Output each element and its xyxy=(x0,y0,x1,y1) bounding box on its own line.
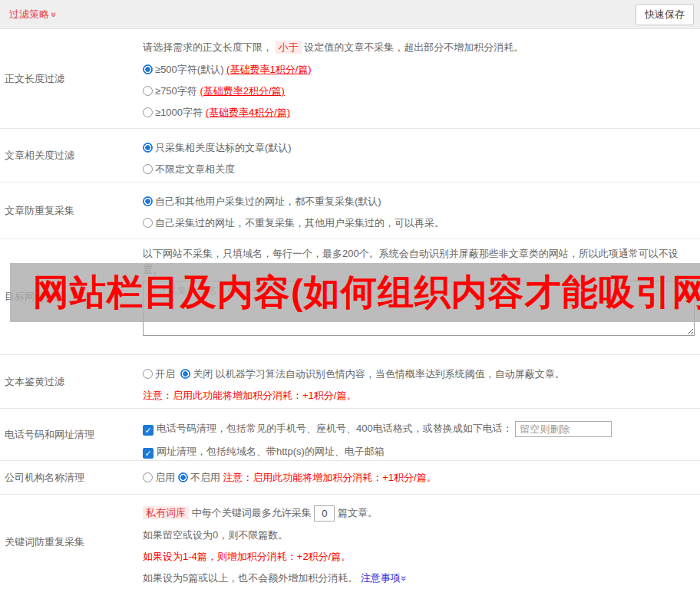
radio-unchecked-icon[interactable] xyxy=(143,164,153,174)
chevron-down-icon: » xyxy=(396,576,411,581)
radio-checked-icon[interactable] xyxy=(178,472,188,482)
row-label-company-clean: 公司机构名称清理 xyxy=(0,461,143,494)
body-length-intro: 请选择需求的正文长度下限， 小于 设定值的文章不采集，超出部分不增加积分消耗。 xyxy=(143,40,695,55)
watermark-overlay: 网站栏目及内容(如何组织内容才能吸引网友 xyxy=(10,263,700,322)
keyword-note-fee: 如果设为1-4篇，则增加积分消耗：+2积分/篇。 xyxy=(143,549,695,564)
company-clean-off[interactable]: 不启用 xyxy=(178,471,220,485)
fee-note: (基础费率4积分/篇) xyxy=(206,107,291,118)
radio-unchecked-icon[interactable] xyxy=(143,369,153,379)
filter-strategy-page: 过滤策略» 快速保存 正文长度过滤 请选择需求的正文长度下限， 小于 设定值的文… xyxy=(0,0,700,589)
porn-filter-note: 注意：启用此功能将增加积分消耗：+1积分/篇。 xyxy=(143,389,695,403)
fee-note: (基础费率2积分/篇) xyxy=(200,85,285,97)
body-length-option-750[interactable]: ≥750字符 (基础费率2积分/篇) xyxy=(143,84,695,98)
row-label-keyword-dedup: 关键词防重复采集 xyxy=(0,495,143,589)
row-relevance: 文章相关度过滤 只采集相关度达标的文章(默认) 不限定文章相关度 xyxy=(0,129,700,183)
less-than-highlight: 小于 xyxy=(276,41,302,54)
company-clean-note: 注意：启用此功能将增加积分消耗：+1积分/篇。 xyxy=(223,471,436,485)
radio-unchecked-icon[interactable] xyxy=(143,472,153,482)
section-title-text: 过滤策略 xyxy=(9,8,49,20)
body-length-option-500[interactable]: ≥500字符(默认) (基础费率1积分/篇) xyxy=(143,63,695,77)
radio-checked-icon[interactable] xyxy=(143,196,153,206)
radio-unchecked-icon[interactable] xyxy=(143,218,153,228)
phone-clean-check-line: ✓电话号码清理，包括常见的手机号、座机号、400电话格式，或替换成如下电话： xyxy=(143,421,695,437)
radio-checked-icon[interactable] xyxy=(143,143,153,153)
keyword-limit-input[interactable] xyxy=(314,505,335,522)
row-dedup: 文章防重复采集 自己和其他用户采集过的网址，都不重复采集(默认) 自己采集过的网… xyxy=(0,183,700,239)
keyword-note-five: 如果设为5篇或以上，也不会额外增加积分消耗。 注意事项» xyxy=(143,571,695,586)
top-bar: 过滤策略» 快速保存 xyxy=(0,0,700,29)
radio-checked-icon[interactable] xyxy=(180,369,190,379)
notice-link[interactable]: 注意事项» xyxy=(361,572,407,584)
row-phone-clean: 电话号码和网址清理 ✓电话号码清理，包括常见的手机号、座机号、400电话格式，或… xyxy=(0,409,700,461)
url-clean-check-line: ✓网址清理，包括纯域名、带http(s)的网址、电子邮箱 xyxy=(143,445,695,459)
porn-filter-on[interactable]: 开启 xyxy=(143,368,175,380)
porn-filter-off[interactable]: 关闭 xyxy=(180,368,213,380)
keyword-limit-line: 私有词库 中每个关键词最多允许采集 篇文章。 xyxy=(143,505,695,522)
section-title[interactable]: 过滤策略» xyxy=(9,8,57,21)
radio-unchecked-icon[interactable] xyxy=(143,86,153,96)
quick-save-button[interactable]: 快速保存 xyxy=(636,4,694,25)
fee-note: (基础费率1积分/篇) xyxy=(226,64,312,75)
row-label-relevance: 文章相关度过滤 xyxy=(0,129,143,182)
dedup-option-own[interactable]: 自己采集过的网址，不重复采集，其他用户采集过的，可以再采。 xyxy=(143,216,695,230)
relevance-option-any[interactable]: 不限定文章相关度 xyxy=(143,163,695,176)
porn-filter-desc: 以机器学习算法自动识别色情内容，当色情概率达到系统阈值，自动屏蔽文章。 xyxy=(216,368,565,380)
row-label-dedup: 文章防重复采集 xyxy=(0,183,143,239)
porn-filter-options: 开启 关闭 以机器学习算法自动识别色情内容，当色情概率达到系统阈值，自动屏蔽文章… xyxy=(143,367,695,381)
chevron-down-icon: » xyxy=(48,12,59,17)
checkbox-checked-icon[interactable]: ✓ xyxy=(143,448,154,459)
keyword-note-zero: 如果留空或设为0，则不限篇数。 xyxy=(143,528,695,543)
company-clean-on[interactable]: 启用 xyxy=(143,471,175,485)
private-lexicon-badge: 私有词库 xyxy=(143,506,189,519)
body-length-option-1000[interactable]: ≥1000字符 (基础费率4积分/篇) xyxy=(143,106,695,120)
replacement-phone-input[interactable] xyxy=(515,421,612,437)
checkbox-checked-icon[interactable]: ✓ xyxy=(143,425,154,436)
dedup-option-global[interactable]: 自己和其他用户采集过的网址，都不重复采集(默认) xyxy=(143,195,695,209)
row-label-porn-filter: 文本鉴黄过滤 xyxy=(0,355,143,408)
relevance-option-strict[interactable]: 只采集相关度达标的文章(默认) xyxy=(143,141,695,155)
watermark-text: 网站栏目及内容(如何组织内容才能吸引网友 xyxy=(10,268,700,317)
row-label-body-length: 正文长度过滤 xyxy=(0,29,143,128)
row-keyword-dedup: 关键词防重复采集 私有词库 中每个关键词最多允许采集 篇文章。 如果留空或设为0… xyxy=(0,495,700,589)
row-company-clean: 公司机构名称清理 启用 不启用 注意：启用此功能将增加积分消耗：+1积分/篇。 xyxy=(0,461,700,495)
row-porn-filter: 文本鉴黄过滤 开启 关闭 以机器学习算法自动识别色情内容，当色情概率达到系统阈值… xyxy=(0,355,700,409)
row-label-phone-clean: 电话号码和网址清理 xyxy=(0,409,143,460)
row-body-length: 正文长度过滤 请选择需求的正文长度下限， 小于 设定值的文章不采集，超出部分不增… xyxy=(0,29,700,129)
radio-unchecked-icon[interactable] xyxy=(143,107,153,117)
radio-checked-icon[interactable] xyxy=(143,64,153,74)
